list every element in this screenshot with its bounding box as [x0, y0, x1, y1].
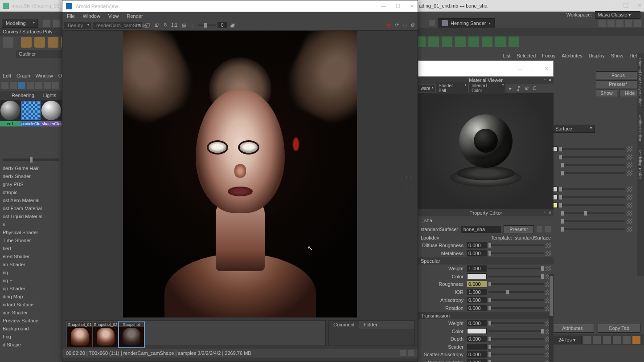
- mv-refresh-icon[interactable]: C: [531, 85, 537, 91]
- hs-menu-edit[interactable]: Edit: [3, 73, 11, 78]
- fw-minimize-button[interactable]: —: [517, 66, 522, 71]
- fw-close-button[interactable]: ✕: [545, 66, 549, 72]
- mv-play-icon[interactable]: ▸: [507, 85, 513, 91]
- hs-icon-1[interactable]: [1, 82, 8, 89]
- material-list-item[interactable]: Tube Shader: [0, 236, 62, 244]
- toolbar-icon-3[interactable]: [616, 20, 623, 27]
- arv-settings-icon[interactable]: ⚙: [409, 22, 416, 29]
- specular-value-field[interactable]: 0.000: [467, 305, 487, 311]
- map-button-9[interactable]: [627, 219, 632, 224]
- attr-slider-9[interactable]: [561, 220, 625, 222]
- material-list-item[interactable]: bert: [0, 244, 62, 252]
- specular-section-header[interactable]: Specular: [418, 257, 554, 264]
- arv-colorpick-icon[interactable]: ☼: [189, 22, 196, 29]
- pe-icon-2[interactable]: [545, 226, 551, 232]
- timeline-icon-5[interactable]: [623, 336, 631, 344]
- side-tab-modeling-toolkit[interactable]: Modeling Toolkit: [637, 146, 643, 183]
- shelf-primitive-2-icon[interactable]: [34, 37, 45, 48]
- hs-icon-2[interactable]: [10, 82, 17, 89]
- specular-slider[interactable]: [488, 283, 544, 285]
- attr-slider-4[interactable]: [561, 172, 625, 174]
- arv-status-dd-icon[interactable]: [408, 350, 414, 356]
- swatch-lambert[interactable]: ert1: [0, 100, 21, 126]
- timeline-key-icon[interactable]: [632, 336, 640, 344]
- material-list-item[interactable]: ng E: [0, 277, 62, 285]
- user-prev-icon[interactable]: [429, 20, 435, 26]
- attributes-button[interactable]: Attributes: [551, 324, 594, 333]
- timeline-icon-4[interactable]: [613, 336, 621, 344]
- material-list-item[interactable]: op Shader: [0, 285, 62, 293]
- map-button-10[interactable]: [627, 227, 632, 232]
- material-preview[interactable]: [418, 93, 554, 209]
- arv-crop-icon[interactable]: ⊞: [152, 22, 160, 29]
- arv-exposure-slider[interactable]: [198, 24, 216, 26]
- swatch-shaderglow[interactable]: shaderGlow1: [41, 100, 62, 126]
- arv-refresh-icon[interactable]: ↻: [161, 22, 168, 29]
- transmission-slider[interactable]: [488, 322, 544, 324]
- attr-slider-3[interactable]: [561, 164, 625, 166]
- material-list-item[interactable]: d Shape: [0, 341, 62, 349]
- material-list-item[interactable]: otropic: [0, 188, 62, 196]
- mv-popout-icon[interactable]: ▫: [544, 77, 546, 81]
- shelf-primitive-1-icon[interactable]: [21, 37, 32, 48]
- timeline-icon-2[interactable]: [593, 336, 601, 344]
- maya-close-button[interactable]: ✕: [637, 2, 642, 9]
- specular-slider[interactable]: [488, 291, 544, 293]
- snapshot-1[interactable]: Snapshot_01: [67, 322, 92, 347]
- map-button-4[interactable]: [627, 171, 632, 176]
- edit-icon-6[interactable]: [468, 37, 479, 47]
- map-button-5[interactable]: [627, 187, 632, 192]
- timeline-icon-3[interactable]: [603, 336, 611, 344]
- toolbar-icon-5[interactable]: [634, 20, 641, 27]
- arv-menu-window[interactable]: Window: [83, 13, 100, 19]
- mv-environment-dropdown[interactable]: Interior1 Color: [469, 82, 505, 94]
- arv-minimize-button[interactable]: —: [381, 3, 386, 9]
- arv-tab-comment[interactable]: Comment: [329, 321, 359, 329]
- mv-hardware-dropdown[interactable]: ware: [418, 85, 435, 92]
- pe-popout-icon[interactable]: ▫: [544, 210, 546, 214]
- transmission-value-field[interactable]: 0.000: [467, 336, 487, 342]
- arv-close-button[interactable]: ✕: [410, 3, 414, 9]
- pe-close-icon[interactable]: ✕: [548, 210, 552, 215]
- edit-icon-3[interactable]: [428, 37, 439, 47]
- transmission-section-header[interactable]: Transmission: [418, 312, 554, 319]
- specular-value-field[interactable]: 0.000: [467, 297, 487, 303]
- attr-slider-8[interactable]: [561, 212, 625, 214]
- arv-menu-view[interactable]: View: [108, 13, 119, 19]
- material-list-item[interactable]: derfx Game Hair: [0, 164, 62, 172]
- transmission-value-field[interactable]: 0.000: [467, 351, 487, 358]
- swatch-particlecloud[interactable]: particleClo...: [21, 100, 41, 126]
- mv-close-icon[interactable]: ✕: [548, 77, 552, 82]
- specular-map-button[interactable]: [546, 266, 551, 271]
- pe-icon-1[interactable]: [537, 226, 542, 232]
- base-slider[interactable]: [488, 252, 544, 254]
- fw-maximize-button[interactable]: ☐: [531, 66, 536, 72]
- map-button-2[interactable]: [627, 155, 632, 160]
- floating-window-titlebar[interactable]: — ☐ ✕: [418, 61, 554, 77]
- hs-menu-graph[interactable]: Graph: [16, 73, 30, 78]
- material-list-item[interactable]: ace Shader: [0, 309, 62, 317]
- show-button[interactable]: Show: [596, 89, 617, 97]
- base-slider[interactable]: [488, 244, 544, 246]
- hs-icon-7[interactable]: [52, 82, 59, 89]
- module-dropdown[interactable]: Modeling: [2, 19, 38, 28]
- specular-color-swatch[interactable]: [467, 273, 487, 279]
- arv-ratio[interactable]: 1:1: [170, 23, 178, 28]
- side-tab-attribute-editor[interactable]: Attribute Editor: [637, 110, 643, 146]
- specular-value-field[interactable]: 0.000: [467, 281, 487, 287]
- attr-menu-show[interactable]: Show: [611, 53, 623, 58]
- transmission-slider[interactable]: [488, 330, 544, 332]
- specular-slider[interactable]: [488, 276, 544, 277]
- arv-exposure-value[interactable]: 0: [217, 22, 227, 28]
- material-list-item[interactable]: ost Liquid Material: [0, 212, 62, 220]
- attr-menu-focus[interactable]: Focus: [542, 53, 555, 58]
- shelf-primitive-3-icon[interactable]: [48, 37, 58, 48]
- snapshot-3[interactable]: Snapshot: [119, 322, 144, 347]
- map-button-6[interactable]: [627, 195, 632, 200]
- attr-slider-10[interactable]: [561, 228, 625, 230]
- hs-icon-6[interactable]: [44, 82, 51, 89]
- edit-icon-4[interactable]: [442, 37, 452, 47]
- material-list-item[interactable]: ng: [0, 268, 62, 277]
- mv-geometry-dropdown[interactable]: Shader Ball: [436, 82, 468, 94]
- map-button-7[interactable]: [627, 203, 632, 208]
